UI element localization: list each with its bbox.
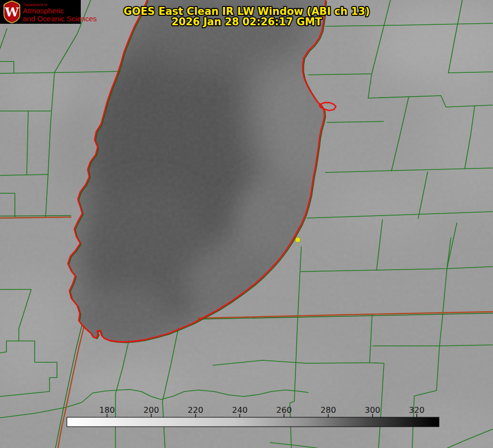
uw-crest-logo: W [4, 1, 20, 23]
tick-label: 320 [409, 405, 425, 415]
tick-label: 220 [188, 405, 204, 415]
satellite-image-viewer: GOES East Clean IR LW Window (ABI ch 13)… [0, 0, 493, 448]
tick-label: 260 [276, 405, 292, 415]
title-line-2: 2026 Jan 28 02:26:17 GMT [171, 16, 322, 28]
tick-label: 240 [232, 405, 248, 415]
logo-name-line-1: Atmospheric [23, 6, 64, 15]
sensor-noise-overlay [0, 0, 493, 448]
tick-label: 180 [99, 405, 115, 415]
crest-letter: W [4, 5, 19, 19]
tick-label: 300 [365, 405, 381, 415]
logo-name-line-2: and Oceanic Sciences [23, 14, 97, 23]
tick-label: 280 [321, 405, 336, 415]
tick-label: 200 [144, 405, 160, 415]
goes-satellite-map: GOES East Clean IR LW Window (ABI ch 13)… [0, 0, 493, 448]
colorbar-gradient-bar [67, 417, 439, 427]
station-marker-dot [295, 237, 300, 242]
